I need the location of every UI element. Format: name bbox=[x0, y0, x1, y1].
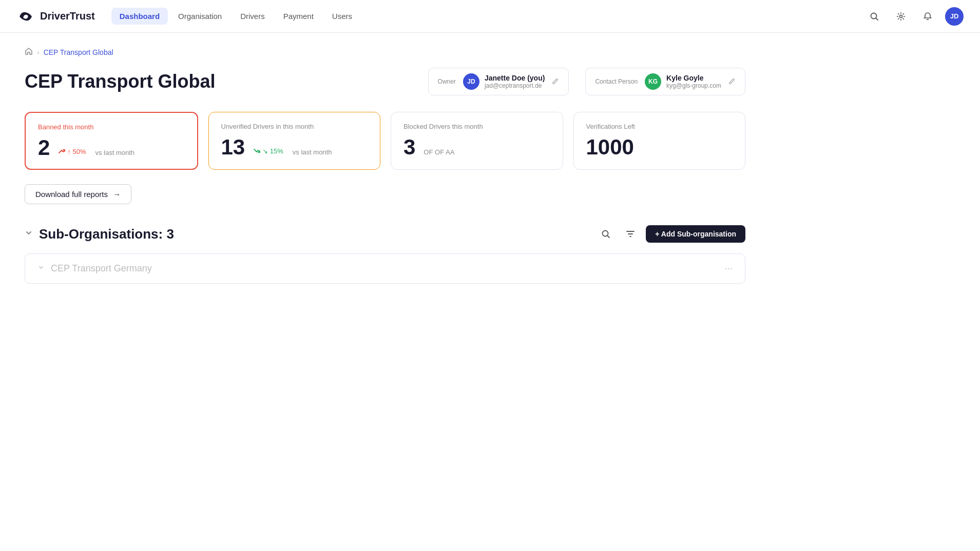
stat-card-banned: Banned this month 2 ↑ 50% vs last month bbox=[25, 112, 198, 170]
owner-email: jad@ceptransport.de bbox=[485, 82, 545, 89]
navbar: DriverTrust Dashboard Organisation Drive… bbox=[0, 0, 980, 33]
svg-point-0 bbox=[871, 13, 877, 18]
sub-orgs-count: 3 bbox=[166, 226, 174, 242]
breadcrumb-current[interactable]: CEP Transport Global bbox=[44, 48, 113, 56]
nav-organisation[interactable]: Organisation bbox=[170, 8, 230, 25]
sub-orgs-collapse-chevron[interactable] bbox=[25, 229, 33, 239]
page-title: CEP Transport Global bbox=[25, 71, 412, 92]
nav-links: Dashboard Organisation Drivers Payment U… bbox=[111, 8, 865, 25]
logo-icon bbox=[16, 7, 35, 26]
owner-label: Owner bbox=[438, 78, 456, 85]
stat-vs-unverified: vs last month bbox=[293, 148, 332, 156]
sub-orgs-title: Sub-Organisations: 3 bbox=[39, 226, 590, 242]
breadcrumb: › CEP Transport Global bbox=[25, 47, 745, 57]
sub-orgs-search-button[interactable] bbox=[597, 225, 615, 243]
nav-actions: JD bbox=[865, 7, 964, 26]
stat-label-banned: Banned this month bbox=[38, 123, 185, 131]
sub-org-item-more[interactable]: ··· bbox=[725, 263, 733, 274]
main-content: › CEP Transport Global CEP Transport Glo… bbox=[0, 33, 770, 300]
home-icon[interactable] bbox=[25, 47, 33, 57]
stat-badge-unverified: ↘ 15% bbox=[253, 147, 283, 155]
owner-avatar: JD bbox=[463, 73, 479, 90]
stat-badge-banned: ↑ 50% bbox=[58, 148, 86, 155]
stat-value-row-blocked: 3 OF OF AA bbox=[403, 136, 550, 158]
stat-pct-banned: ↑ 50% bbox=[67, 148, 86, 155]
contact-card: Contact Person KG Kyle Goyle kyg@gls-gro… bbox=[585, 68, 745, 95]
sub-orgs-title-text: Sub-Organisations: bbox=[39, 226, 163, 242]
contact-edit-icon[interactable] bbox=[728, 77, 736, 86]
stat-card-blocked: Blocked Drivers this month 3 OF OF AA bbox=[391, 112, 563, 170]
stat-card-verifications: Verifications Left 1000 bbox=[573, 112, 746, 170]
page-header: CEP Transport Global Owner JD Janette Do… bbox=[25, 68, 745, 95]
nav-dashboard[interactable]: Dashboard bbox=[111, 8, 168, 25]
user-avatar-button[interactable]: JD bbox=[945, 7, 964, 26]
add-sub-organisation-button[interactable]: + Add Sub-organisation bbox=[646, 225, 745, 243]
logo-text: DriverTrust bbox=[40, 10, 95, 22]
stat-vs-banned: vs last month bbox=[95, 149, 135, 156]
filter-icon bbox=[626, 229, 635, 239]
search-button[interactable] bbox=[865, 7, 883, 26]
owner-card: Owner JD Janette Doe (you) jad@ceptransp… bbox=[428, 68, 569, 95]
owner-name: Janette Doe (you) bbox=[485, 74, 545, 82]
gear-icon bbox=[896, 12, 906, 21]
breadcrumb-separator: › bbox=[37, 48, 40, 56]
settings-button[interactable] bbox=[892, 7, 910, 26]
sub-orgs-section-header: Sub-Organisations: 3 + Add Sub-organisat… bbox=[25, 225, 745, 243]
logo: DriverTrust bbox=[16, 7, 95, 26]
svg-point-1 bbox=[900, 15, 902, 17]
stat-value-row-banned: 2 ↑ 50% vs last month bbox=[38, 137, 185, 159]
contact-email: kyg@gls-group.com bbox=[666, 82, 721, 89]
sub-orgs-filter-button[interactable] bbox=[621, 225, 640, 243]
stat-value-unverified: 13 bbox=[221, 136, 245, 158]
search-icon bbox=[870, 12, 879, 21]
trend-down-icon bbox=[253, 147, 260, 154]
trend-up-icon bbox=[58, 148, 65, 155]
search-icon bbox=[601, 229, 610, 239]
stat-value-verifications: 1000 bbox=[586, 136, 634, 158]
sub-org-item-chevron bbox=[37, 264, 45, 273]
download-reports-label: Download full reports bbox=[35, 190, 108, 199]
stats-row: Banned this month 2 ↑ 50% vs last month … bbox=[25, 112, 745, 170]
stat-value-banned: 2 bbox=[38, 137, 50, 159]
add-sub-label: + Add Sub-organisation bbox=[655, 230, 736, 238]
owner-edit-icon[interactable] bbox=[552, 77, 559, 86]
stat-pct-unverified: ↘ 15% bbox=[262, 147, 283, 155]
nav-drivers[interactable]: Drivers bbox=[232, 8, 273, 25]
sub-orgs-actions: + Add Sub-organisation bbox=[597, 225, 745, 243]
stat-card-unverified: Unverified Drivers in this month 13 ↘ 15… bbox=[208, 112, 381, 170]
notifications-button[interactable] bbox=[918, 7, 937, 26]
download-reports-button[interactable]: Download full reports → bbox=[25, 184, 131, 204]
sub-org-item-name: CEP Transport Germany bbox=[51, 263, 725, 274]
contact-name: Kyle Goyle bbox=[666, 74, 721, 82]
stat-value-row-unverified: 13 ↘ 15% vs last month bbox=[221, 136, 368, 158]
stat-label-verifications: Verifications Left bbox=[586, 123, 733, 130]
contact-avatar: KG bbox=[645, 73, 661, 90]
stat-extra-blocked: OF OF AA bbox=[424, 148, 454, 156]
nav-users[interactable]: Users bbox=[324, 8, 360, 25]
stat-label-blocked: Blocked Drivers this month bbox=[403, 123, 550, 130]
stat-value-blocked: 3 bbox=[403, 136, 415, 158]
contact-label: Contact Person bbox=[595, 78, 638, 85]
nav-payment[interactable]: Payment bbox=[275, 8, 322, 25]
svg-point-2 bbox=[603, 231, 608, 237]
bell-icon bbox=[923, 12, 932, 21]
sub-org-item[interactable]: CEP Transport Germany ··· bbox=[25, 253, 745, 284]
stat-value-row-verifications: 1000 bbox=[586, 136, 733, 158]
owner-info: Janette Doe (you) jad@ceptransport.de bbox=[485, 74, 545, 89]
arrow-icon: → bbox=[113, 190, 121, 199]
stat-label-unverified: Unverified Drivers in this month bbox=[221, 123, 368, 130]
contact-info: Kyle Goyle kyg@gls-group.com bbox=[666, 74, 721, 89]
